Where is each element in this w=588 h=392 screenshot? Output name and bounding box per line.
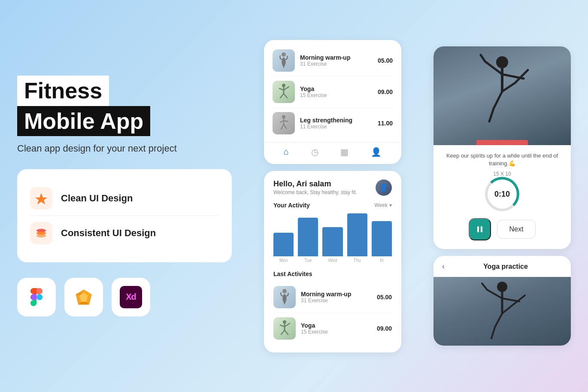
last-ex-count-0: 31 Exercise: [301, 298, 372, 304]
figma-tool: [17, 278, 56, 316]
exercise-list: Morning warm-up 31 Exercise 05.00: [264, 40, 401, 142]
workout-card: Keep our spirits up for a while until th…: [433, 46, 571, 249]
last-ex-thumb-1: [273, 317, 296, 340]
svg-point-15: [496, 56, 508, 68]
subtitle: Clean app design for your next project: [17, 142, 232, 155]
bar-fri-label: fri: [380, 258, 383, 263]
svg-point-12: [282, 115, 285, 119]
bar-tue-label: Tue: [304, 258, 312, 263]
left-panel: Fitness Mobile App Clean app design for …: [17, 76, 232, 316]
workout-info: Keep our spirits up for a while until th…: [433, 145, 571, 249]
bar-chart: Mon Tue Wed Thu fri: [273, 213, 392, 264]
svg-point-13: [282, 289, 287, 293]
title-block: Fitness Mobile App Clean app design for …: [17, 76, 232, 155]
timer-circle: 0:10: [485, 177, 519, 211]
svg-rect-17: [481, 226, 482, 232]
last-ex-name-1: Yoga: [301, 322, 372, 329]
svg-marker-0: [35, 193, 47, 204]
pause-button[interactable]: [469, 218, 491, 240]
activity-title: Your Activity: [273, 202, 310, 209]
next-button[interactable]: Next: [497, 220, 536, 239]
right-panel: Keep our spirits up for a while until th…: [433, 46, 571, 346]
exercise-thumb-1: [273, 81, 295, 103]
workout-controls: Next: [442, 218, 562, 240]
bar-thu-label: Thu: [354, 258, 361, 263]
bar-wed: Wed: [322, 227, 342, 263]
exercise-thumb-2: [273, 112, 295, 134]
bar-tue-fill: [298, 218, 318, 256]
timer-value: 0:10: [494, 190, 510, 199]
tool-icons: Xd: [17, 278, 232, 316]
nav-home-icon[interactable]: ⌂: [284, 147, 289, 157]
bar-mon-label: Mon: [279, 258, 288, 263]
clean-ui-icon: [30, 187, 52, 210]
exercise-info-2: Leg strengthening 11 Exercise: [300, 117, 373, 130]
last-ex-time-1: 09.00: [377, 325, 392, 332]
dashboard-card: Hello, Ari salam Welcome back, Stay heal…: [264, 171, 401, 352]
last-ex-thumb-0: [273, 286, 296, 308]
exercise-name-2: Leg strengthening: [300, 117, 373, 124]
exercise-info-0: Morning warm-up 31 Exercise: [300, 54, 373, 67]
svg-point-18: [497, 282, 507, 292]
workout-image: [433, 46, 571, 145]
week-select[interactable]: Week ▾: [375, 202, 392, 208]
dashboard-header: Hello, Ari salam Welcome back, Stay heal…: [273, 179, 392, 196]
svg-point-14: [283, 320, 286, 324]
bar-thu: Thu: [347, 213, 367, 263]
nav-calendar-icon[interactable]: ▦: [340, 147, 349, 157]
feature-item-consistent-ui: Consistent UI Design: [30, 216, 219, 250]
dashboard-subtext: Welcome back, Stay healthy, stay fit.: [273, 189, 357, 195]
back-arrow-icon[interactable]: ‹: [442, 262, 445, 271]
last-ex-info-1: Yoga 15 Exercise: [301, 322, 372, 335]
bar-wed-label: Wed: [328, 258, 337, 263]
exercise-info-1: Yoga 15 Exercise: [300, 85, 373, 98]
bottom-nav: ⌂ ◷ ▦ 👤: [264, 142, 401, 157]
svg-point-3: [36, 234, 46, 237]
feature-item-clean-ui: Clean UI Design: [30, 181, 219, 216]
nav-profile-icon[interactable]: 👤: [371, 147, 382, 157]
last-activities-title: Last Activites: [273, 270, 392, 277]
sketch-tool: [64, 278, 103, 316]
features-card: Clean UI Design Consistent UI Design: [17, 169, 232, 262]
xd-tool: Xd: [112, 278, 150, 316]
exercise-item-2: Leg strengthening 11 Exercise 11.00: [273, 108, 393, 139]
svg-point-11: [282, 84, 285, 87]
nav-stats-icon[interactable]: ◷: [311, 147, 318, 157]
bar-tue: Tue: [298, 218, 318, 263]
exercise-item-0: Morning warm-up 31 Exercise 05.00: [273, 45, 393, 76]
title-fitness: Fitness: [17, 76, 109, 106]
svg-point-10: [282, 52, 286, 57]
clean-ui-label: Clean UI Design: [61, 193, 133, 204]
bar-fri: fri: [372, 221, 392, 263]
exercise-time-2: 11.00: [378, 120, 393, 127]
last-ex-count-1: 15 Exercise: [301, 329, 372, 335]
last-ex-name-0: Morning warm-up: [301, 291, 372, 298]
dashboard-greeting: Hello, Ari salam: [273, 179, 357, 188]
exercise-name-1: Yoga: [300, 85, 373, 92]
consistent-ui-icon: [30, 222, 52, 244]
last-ex-time-0: 05.00: [377, 294, 392, 301]
title-mobile: Mobile App: [17, 106, 150, 136]
exercise-count-1: 15 Exercise: [300, 92, 373, 98]
yoga-practice-image: [433, 277, 571, 346]
exercise-count-0: 31 Exercise: [300, 61, 373, 67]
last-exercise-1: Yoga 15 Exercise 09.00: [273, 313, 392, 344]
exercise-list-card: Morning warm-up 31 Exercise 05.00: [264, 40, 401, 164]
last-activities: Last Activites Morning warm-up 31 Exerci…: [273, 270, 392, 344]
bar-wed-fill: [322, 227, 342, 256]
activity-header: Your Activity Week ▾: [273, 202, 392, 209]
exercise-count-2: 11 Exercise: [300, 124, 373, 130]
bar-thu-fill: [347, 213, 367, 256]
workout-description: Keep our spirits up for a while until th…: [442, 152, 562, 167]
bar-fri-fill: [372, 221, 392, 256]
bar-mon: Mon: [273, 233, 294, 263]
yoga-practice-card: ‹ Yoga practice: [433, 256, 571, 346]
yoga-practice-title: Yoga practice: [449, 263, 562, 270]
workout-sets: 15 X 10: [442, 171, 562, 177]
bar-mon-fill: [273, 233, 294, 256]
exercise-item-1: Yoga 15 Exercise 09.00: [273, 76, 393, 108]
user-avatar[interactable]: 👤: [376, 179, 392, 196]
yoga-card-header: ‹ Yoga practice: [433, 256, 571, 277]
exercise-time-0: 05.00: [378, 57, 393, 64]
yoga-mat: [476, 140, 528, 145]
